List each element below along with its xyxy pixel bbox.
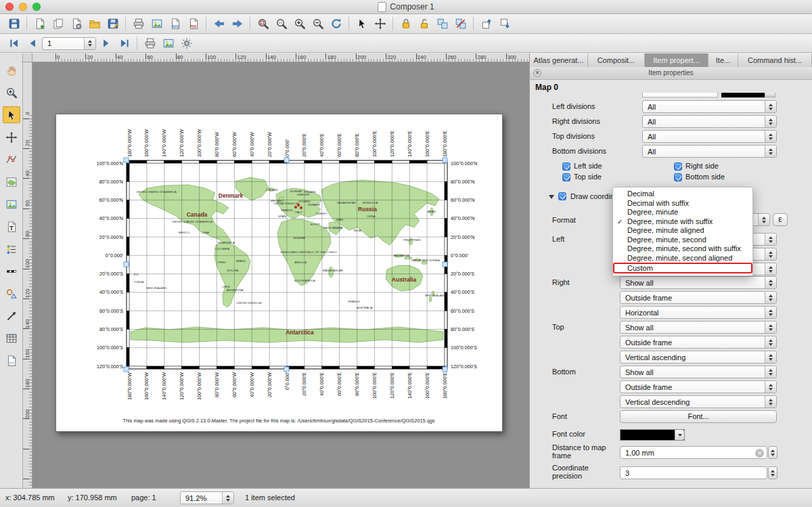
right-position-select[interactable]: Outside frame [620, 291, 777, 304]
composition-canvas[interactable]: 180°0.000'W180°0.000'W160°0.000'W160°0.0… [32, 62, 529, 488]
atlas-last-feature-button[interactable] [116, 35, 133, 51]
zoom-tool-button[interactable] [3, 84, 20, 101]
menu-item-degree-minute-second[interactable]: Degree, minute, second [613, 236, 752, 245]
right-label: Right [552, 278, 570, 286]
menu-item-degree-minute-aligned[interactable]: Degree, minute aligned [613, 226, 752, 236]
menu-item-degree-minute-with-suffix[interactable]: ✓Degree, minute with suffix [613, 217, 752, 227]
menu-item-degree-minute[interactable]: Degree, minute [613, 208, 752, 217]
pan-tool-button[interactable] [3, 62, 20, 79]
menu-item-degree-minute-second-aligned[interactable]: Degree, minute, second aligned [613, 254, 752, 263]
refresh-view-button[interactable] [328, 16, 344, 32]
svg-text:80°0.000'S: 80°0.000'S [451, 326, 474, 332]
save-as-template-button[interactable] [104, 16, 121, 32]
coordinate-precision-input[interactable]: 3 [620, 466, 767, 479]
raise-selected-items-button[interactable] [478, 16, 495, 32]
svg-text:140°0.000'E: 140°0.000'E [407, 372, 413, 399]
tab-atlas-generat-[interactable]: Atlas generat... [530, 53, 588, 67]
menu-item-custom[interactable]: Custom [613, 263, 752, 273]
close-panel-icon[interactable]: ✕ [533, 69, 541, 77]
top-divisions-select[interactable]: All [642, 130, 777, 143]
tab-command-hist-[interactable]: Command hist... [738, 53, 812, 67]
right-direction-select[interactable]: Horizontal [620, 306, 777, 319]
undo-button[interactable] [210, 16, 227, 32]
tab-composit-[interactable]: Composit... [588, 53, 645, 67]
bottom-side-label: Bottom side [685, 173, 725, 181]
tab-ite-[interactable]: Ite... [708, 53, 738, 67]
group-items-button[interactable] [434, 16, 451, 32]
add-attribute-table-button[interactable] [3, 330, 20, 347]
add-new-map-button[interactable] [3, 173, 20, 190]
distance-spinner[interactable] [768, 446, 777, 459]
font-button[interactable]: Font... [620, 410, 777, 423]
add-html-frame-button[interactable]: </> [3, 352, 20, 369]
edit-nodes-tool-button[interactable] [3, 151, 20, 168]
menu-item-degree-minute-second-with-suffix[interactable]: Degree, minute, second with suffix [613, 244, 752, 254]
tab-item-propert-[interactable]: Item propert... [645, 53, 708, 67]
add-new-scalebar-button[interactable] [3, 263, 20, 280]
export-atlas-button[interactable] [160, 35, 177, 51]
add-image-button[interactable] [3, 196, 20, 213]
data-defined-override-button[interactable]: ε [773, 213, 788, 226]
export-as-image-button[interactable] [148, 16, 165, 32]
unlock-all-items-button[interactable] [415, 16, 432, 32]
lower-selected-items-button[interactable] [496, 16, 513, 32]
dropdown-arrows-icon [222, 492, 233, 504]
left-divisions-select[interactable]: All [642, 100, 777, 113]
right-show-select[interactable]: Show all [620, 276, 777, 289]
bottom-position-select[interactable]: Outside frame [620, 380, 777, 393]
print-atlas-button[interactable] [141, 35, 158, 51]
ungroup-items-button[interactable] [452, 16, 469, 32]
distance-to-map-frame-input[interactable]: 1,00 mm✕ [620, 446, 767, 459]
atlas-previous-feature-button[interactable] [24, 35, 41, 51]
left-side-checkbox[interactable] [562, 162, 570, 171]
add-new-label-button[interactable]: T [3, 218, 20, 235]
add-new-legend-button[interactable] [3, 240, 20, 257]
lock-selected-items-button[interactable] [397, 16, 414, 32]
top-direction-select[interactable]: Vertical ascending [620, 351, 777, 363]
bottom-show-select[interactable]: Show all [620, 366, 777, 378]
add-arrow-button[interactable] [3, 307, 20, 324]
new-composer-button[interactable] [31, 16, 48, 32]
font-color-swatch[interactable] [620, 429, 685, 441]
export-as-pdf-button[interactable]: PDF [185, 16, 202, 32]
zoom-actual-button[interactable]: 1:1 [273, 16, 290, 32]
bottom-side-checkbox[interactable] [674, 173, 682, 181]
print-button[interactable] [130, 16, 147, 32]
menu-item-decimal-with-suffix[interactable]: Decimal with suffix [613, 199, 752, 208]
clear-icon[interactable]: ✕ [755, 449, 764, 458]
atlas-first-feature-button[interactable] [5, 35, 22, 51]
add-basic-shape-button[interactable] [3, 285, 20, 302]
move-item-content-button[interactable] [371, 16, 388, 32]
cutoff-color-swatch[interactable] [721, 93, 765, 97]
select-move-item-button[interactable] [353, 16, 370, 32]
zoom-in-button[interactable] [291, 16, 308, 32]
composer-page[interactable]: 180°0.000'W180°0.000'W160°0.000'W160°0.0… [55, 114, 503, 432]
menu-item-decimal[interactable]: Decimal [613, 190, 752, 199]
map-item[interactable]: 180°0.000'W180°0.000'W160°0.000'W160°0.0… [56, 114, 502, 431]
move-item-content-tool-button[interactable] [3, 129, 20, 146]
export-as-svg-button[interactable]: SVG [166, 16, 183, 32]
right-side-checkbox[interactable] [674, 162, 682, 171]
right-divisions-select[interactable]: All [642, 115, 777, 128]
atlas-next-feature-button[interactable] [97, 35, 114, 51]
bottom-divisions-select[interactable]: All [642, 145, 777, 158]
save-project-button[interactable] [5, 16, 22, 32]
cutoff-combo[interactable] [642, 93, 718, 97]
duplicate-composer-button[interactable] [49, 16, 66, 32]
draw-coordinates-checkbox[interactable] [558, 192, 566, 200]
precision-spinner[interactable] [768, 466, 777, 479]
load-template-button[interactable] [86, 16, 103, 32]
zoom-full-button[interactable] [254, 16, 271, 32]
zoom-out-button[interactable] [309, 16, 326, 32]
bottom-direction-select[interactable]: Vertical descending [620, 395, 777, 408]
atlas-feature-number-combo[interactable]: 1 [42, 37, 96, 50]
zoom-level-select[interactable]: 91.2% [180, 491, 234, 504]
top-side-checkbox[interactable] [562, 173, 570, 181]
select-move-item-tool-button[interactable] [3, 106, 20, 123]
atlas-settings-button[interactable] [178, 35, 195, 51]
composer-manager-button[interactable] [68, 16, 85, 32]
collapse-icon[interactable] [549, 195, 554, 199]
redo-button[interactable] [229, 16, 246, 32]
top-position-select[interactable]: Outside frame [620, 336, 777, 349]
top-show-select[interactable]: Show all [620, 321, 777, 334]
